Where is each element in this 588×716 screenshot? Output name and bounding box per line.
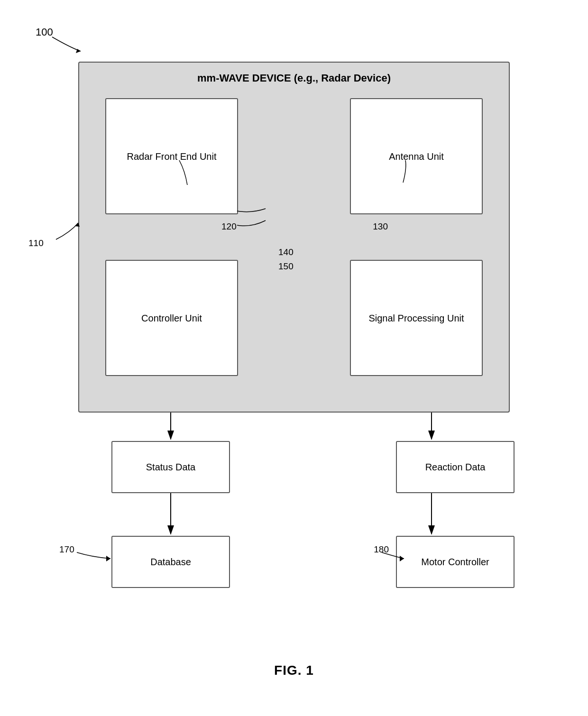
ref-170-label: 170: [59, 544, 74, 555]
signal-processing-unit-label: Signal Processing Unit: [368, 312, 464, 325]
database-box: Database: [111, 536, 230, 588]
controller-unit-box: Controller Unit: [105, 260, 238, 376]
radar-front-end-unit-label: Radar Front End Unit: [127, 150, 217, 163]
signal-processing-unit-box: Signal Processing Unit: [350, 260, 483, 376]
svg-marker-1: [76, 49, 81, 53]
database-label: Database: [150, 555, 191, 569]
radar-front-end-unit-box: Radar Front End Unit: [105, 98, 238, 214]
ref-110-label: 110: [28, 238, 44, 248]
antenna-unit-box: Antenna Unit: [350, 98, 483, 214]
page-container: 100 mm-WAVE DEVICE (e.g., Radar Device) …: [0, 0, 588, 716]
antenna-unit-label: Antenna Unit: [389, 150, 444, 163]
ref-130-label: 130: [373, 221, 388, 232]
controller-unit-label: Controller Unit: [141, 312, 202, 325]
main-device-title: mm-WAVE DEVICE (e.g., Radar Device): [79, 72, 509, 84]
ref-140-label: 140: [278, 247, 294, 257]
ref-100-label: 100: [36, 26, 53, 38]
ref-180-label: 180: [374, 544, 389, 555]
ref-120-label: 120: [221, 221, 237, 232]
reaction-data-label: Reaction Data: [425, 460, 486, 474]
motor-controller-box: Motor Controller: [396, 536, 514, 588]
figure-label: FIG. 1: [274, 663, 314, 678]
svg-marker-7: [106, 556, 110, 561]
main-device-box: mm-WAVE DEVICE (e.g., Radar Device) Rada…: [78, 62, 510, 413]
motor-controller-label: Motor Controller: [421, 555, 489, 569]
ref-150-label: 150: [278, 261, 294, 272]
reaction-data-box: Reaction Data: [396, 441, 514, 493]
status-data-label: Status Data: [146, 460, 196, 474]
status-data-box: Status Data: [111, 441, 230, 493]
